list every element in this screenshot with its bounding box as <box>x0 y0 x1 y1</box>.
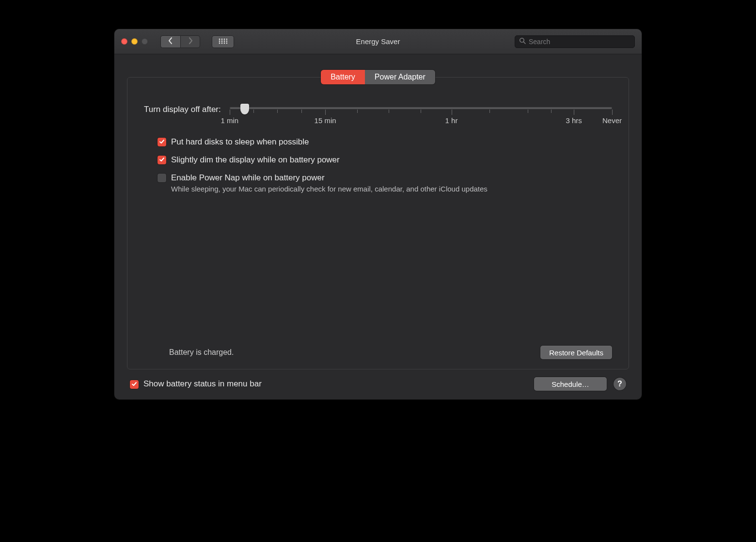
checkbox-menu-bar[interactable] <box>130 380 139 389</box>
svg-point-8 <box>219 42 220 44</box>
svg-point-4 <box>219 40 220 42</box>
tick-label-never: Never <box>602 116 622 125</box>
search-input[interactable] <box>529 38 630 46</box>
svg-point-7 <box>226 40 227 42</box>
checkmark-icon <box>159 156 165 164</box>
schedule-button[interactable]: Schedule… <box>534 377 607 391</box>
segmented-control: Battery Power Adapter <box>321 70 435 84</box>
check-dim-display: Slightly dim the display while on batter… <box>158 155 612 166</box>
check-power-nap: Enable Power Nap while on battery power … <box>158 173 612 193</box>
close-button[interactable] <box>121 38 127 45</box>
slider-track <box>230 107 612 109</box>
check-hard-disks-label: Put hard disks to sleep when possible <box>171 137 309 148</box>
tick-label-3hrs: 3 hrs <box>566 116 582 125</box>
back-button[interactable] <box>160 35 180 48</box>
tick-label-1hr: 1 hr <box>445 116 458 125</box>
checkbox-power-nap[interactable] <box>158 174 166 182</box>
help-icon: ? <box>617 380 622 388</box>
checkbox-dim-display[interactable] <box>158 156 166 164</box>
tick-label-1min: 1 min <box>220 116 238 125</box>
svg-point-0 <box>219 38 220 40</box>
checkmark-icon <box>131 380 137 389</box>
panel-footer: Battery is charged. Restore Defaults <box>144 336 612 359</box>
svg-point-1 <box>221 38 223 40</box>
check-power-nap-label: Enable Power Nap while on battery power <box>171 173 488 184</box>
display-off-slider[interactable]: 1 min 15 min 1 hr 3 hrs Never <box>230 105 612 109</box>
svg-point-10 <box>224 42 225 44</box>
check-menu-bar-label: Show battery status in menu bar <box>143 379 262 390</box>
forward-button[interactable] <box>180 35 200 48</box>
svg-point-9 <box>221 42 223 44</box>
display-off-slider-row: Turn display off after: <box>144 105 612 114</box>
minimize-button[interactable] <box>131 38 138 45</box>
battery-status: Battery is charged. <box>169 348 234 357</box>
bottom-row: Show battery status in menu bar Schedule… <box>127 369 629 391</box>
checkbox-group: Put hard disks to sleep when possible Sl… <box>158 137 612 193</box>
tick-label-15min: 15 min <box>315 116 336 125</box>
nav-group <box>160 35 200 48</box>
svg-point-2 <box>224 38 225 40</box>
help-button[interactable]: ? <box>614 378 626 390</box>
titlebar: Energy Saver <box>114 29 642 54</box>
check-power-nap-sub: While sleeping, your Mac can periodicall… <box>171 185 488 193</box>
settings-panel: Turn display off after: <box>127 77 629 369</box>
checkmark-icon <box>159 138 165 146</box>
check-dim-display-label: Slightly dim the display while on batter… <box>171 155 340 166</box>
maximize-button <box>142 38 148 45</box>
svg-point-3 <box>226 38 227 40</box>
chevron-right-icon <box>188 37 193 46</box>
preferences-window: Energy Saver Battery Power Adapter Turn … <box>114 29 642 399</box>
slider-thumb[interactable] <box>240 104 249 114</box>
checkbox-hard-disks[interactable] <box>158 138 166 146</box>
slider-label: Turn display off after: <box>144 105 221 114</box>
tab-battery[interactable]: Battery <box>321 70 365 84</box>
svg-point-6 <box>224 40 225 42</box>
tab-power-adapter[interactable]: Power Adapter <box>365 70 435 84</box>
search-icon <box>519 37 526 46</box>
check-hard-disks: Put hard disks to sleep when possible <box>158 137 612 148</box>
svg-line-13 <box>523 42 525 44</box>
restore-defaults-button[interactable]: Restore Defaults <box>540 346 612 359</box>
traffic-lights <box>121 38 148 45</box>
chevron-left-icon <box>168 37 173 46</box>
content-area: Battery Power Adapter Turn display off a… <box>114 54 642 399</box>
search-field[interactable] <box>515 35 635 48</box>
svg-point-5 <box>221 40 223 42</box>
grid-icon <box>219 37 227 46</box>
show-all-button[interactable] <box>212 35 234 48</box>
svg-point-11 <box>226 42 227 44</box>
